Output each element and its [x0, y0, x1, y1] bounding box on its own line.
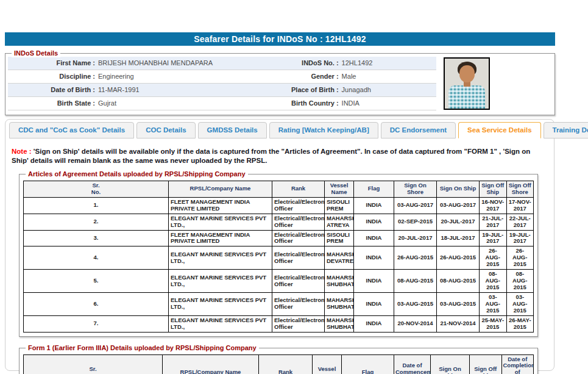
- sign-on-shore-cell: 02-SEP-2015: [394, 214, 437, 230]
- column-header: Rank: [272, 181, 325, 198]
- sign-off-shore-cell: 19-JUL-2017: [506, 230, 534, 246]
- field-value: INDIA: [342, 97, 360, 110]
- column-header: Flag: [354, 181, 394, 198]
- flag-cell: INDIA: [354, 246, 394, 270]
- field-label: INDoS No. :: [239, 57, 342, 70]
- field-label: Date of Birth :: [8, 84, 98, 96]
- photo-face: [459, 65, 475, 82]
- sign-on-shore-cell: 08-AUG-2015: [394, 270, 437, 293]
- company-cell: ELEGANT MARINE SERVICES PVT LTD.,: [169, 315, 272, 332]
- column-header: Sign On Shore: [394, 181, 437, 198]
- tab-training-details[interactable]: Training Details: [544, 122, 588, 138]
- flag-cell: INDIA: [354, 292, 394, 315]
- tab-gmdss-details[interactable]: GMDSS Details: [198, 122, 267, 138]
- table-row: 7. ELEGANT MARINE SERVICES PVT LTD., Ele…: [24, 315, 534, 332]
- column-header: Sign Off Ship: [480, 181, 507, 198]
- rank-cell: Electrical/Electronics Officer: [272, 315, 325, 332]
- flag-cell: INDIA: [354, 230, 394, 246]
- sign-off-ship-cell: 26-AUG-2015: [480, 246, 507, 270]
- vessel-cell: MAHARSHI ATREYA: [325, 214, 354, 230]
- sr-no-cell: 7.: [24, 315, 169, 332]
- table-row: 4. ELEGANT MARINE SERVICES PVT LTD., Ele…: [24, 246, 534, 270]
- field-label: Discipline :: [8, 70, 98, 83]
- company-cell: ELEGANT MARINE SERVICES PVT LTD.,: [169, 270, 272, 293]
- sr-no-cell: 3.: [24, 230, 169, 246]
- field-value: 11-MAR-1991: [98, 84, 140, 96]
- company-cell: ELEGANT MARINE SERVICES PVT LTD.,: [169, 292, 272, 315]
- sr-no-cell: 2.: [24, 214, 169, 230]
- sign-off-shore-cell: 17-NOV-2017: [506, 197, 534, 214]
- flag-cell: INDIA: [354, 315, 394, 332]
- articles-table: Sr. No.RPSL/Company NameRankVessel NameF…: [23, 181, 534, 333]
- column-header: Vessel Name: [313, 354, 342, 374]
- form1-table: Sr. No.RPSL/Company NameRankVessel NameF…: [23, 354, 534, 374]
- seafarer-photo: [444, 57, 490, 110]
- company-cell: FLEET MANAGEMENT INDIA PRIVATE LIMITED: [169, 230, 272, 246]
- sr-no-cell: 1.: [24, 197, 169, 214]
- sign-on-ship-cell: 26-AUG-2015: [437, 246, 480, 270]
- column-header: Vessel Name: [325, 181, 354, 198]
- field-value: Engineering: [98, 70, 134, 83]
- sign-off-ship-cell: 08-AUG-2015: [480, 270, 507, 293]
- field-label: Place of Birth :: [239, 84, 342, 96]
- tab-bar: CDC and "CoC as Cook" Details COC Detail…: [9, 122, 548, 138]
- sign-on-shore-cell: 20-NOV-2014: [394, 315, 437, 332]
- field-label: Gender :: [239, 70, 342, 83]
- column-header: RPSL/Company Name: [163, 354, 259, 374]
- rank-cell: Electrical/Electronics Officer: [272, 230, 325, 246]
- tab-dc-endorsement[interactable]: DC Endorsement: [381, 122, 456, 138]
- sign-on-ship-cell: 21-NOV-2014: [437, 315, 480, 332]
- sign-on-shore-cell: 26-AUG-2015: [394, 246, 437, 270]
- field-value: Gujrat: [98, 97, 116, 110]
- sign-off-shore-cell: 08-AUG-2015: [506, 270, 534, 293]
- field-value: BRIJESH MOHANBHAI MENDAPARA: [98, 57, 213, 70]
- column-header: Sr. No.: [24, 354, 163, 374]
- table-row: 6. ELEGANT MARINE SERVICES PVT LTD., Ele…: [24, 292, 534, 315]
- tab-cdc-and-coc-as-cook-details[interactable]: CDC and "CoC as Cook" Details: [9, 122, 134, 138]
- column-header: Date of Completion of Contract/Arriving …: [501, 354, 534, 374]
- column-header: Sign On Ship: [437, 181, 480, 198]
- articles-header-row: Sr. No.RPSL/Company NameRankVessel NameF…: [24, 181, 534, 198]
- note-prefix: Note :: [12, 148, 32, 155]
- form1-legend: Form 1 (Earlier Form IIIA) Details uploa…: [26, 344, 259, 352]
- note-text: Note : 'Sign on Ship' details will be av…: [12, 147, 547, 165]
- detail-row: Date of Birth : 11-MAR-1991 Place of Bir…: [8, 84, 436, 97]
- rank-cell: Electrical/Electronics Officer: [272, 246, 325, 270]
- sign-on-shore-cell: 03-AUG-2017: [394, 197, 437, 214]
- table-row: 3. FLEET MANAGEMENT INDIA PRIVATE LIMITE…: [24, 230, 534, 246]
- column-header: Flag: [342, 354, 394, 374]
- sign-off-shore-cell: 26-AUG-2015: [506, 246, 534, 270]
- table-row: 2. ELEGANT MARINE SERVICES PVT LTD., Ele…: [24, 214, 534, 230]
- sign-on-ship-cell: 03-AUG-2017: [437, 197, 480, 214]
- field-value: Junagadh: [342, 84, 371, 96]
- sign-on-ship-cell: 03-AUG-2015: [437, 292, 480, 315]
- column-header: Rank: [259, 354, 313, 374]
- company-cell: FLEET MANAGEMENT INDIA PRIVATE LIMITED: [169, 197, 272, 214]
- company-cell: ELEGANT MARINE SERVICES PVT LTD.,: [169, 246, 272, 270]
- vessel-cell: MAHARSHI SHUBHATREYA: [325, 315, 354, 332]
- sign-off-ship-cell: 16-NOV-2017: [480, 197, 507, 214]
- articles-legend: Articles of Agreement Details uploaded b…: [26, 170, 248, 178]
- table-row: 5. ELEGANT MARINE SERVICES PVT LTD., Ele…: [24, 270, 534, 293]
- note-body: 'Sign on Ship' details will be available…: [12, 148, 530, 164]
- column-header: Sign Off Ship: [470, 354, 502, 374]
- rank-cell: Electrical/Electronics Officer: [272, 214, 325, 230]
- tab-sea-service-details[interactable]: Sea Service Details: [458, 122, 541, 138]
- company-cell: ELEGANT MARINE SERVICES PVT LTD.,: [169, 214, 272, 230]
- indos-details-legend: INDoS Details: [12, 49, 60, 57]
- sign-off-shore-cell: 26-MAY-2015: [506, 315, 534, 332]
- tab-coc-details[interactable]: COC Details: [136, 122, 195, 138]
- flag-cell: INDIA: [354, 270, 394, 293]
- column-header: Sr. No.: [24, 181, 169, 198]
- tab-rating-watch-keeping-ab[interactable]: Rating [Watch Keeping/AB]: [269, 122, 378, 138]
- vessel-cell: SISOULI PREM: [325, 197, 354, 214]
- sea-service-tab-panel: CDC and "CoC as Cook" Details COC Detail…: [5, 119, 554, 371]
- sr-no-cell: 6.: [24, 292, 169, 315]
- table-row: 1. FLEET MANAGEMENT INDIA PRIVATE LIMITE…: [24, 197, 534, 214]
- column-header: Sign On Ship: [431, 354, 470, 374]
- column-header: Sign Off Shore: [506, 181, 534, 198]
- sign-on-ship-cell: 08-AUG-2015: [437, 270, 480, 293]
- vessel-cell: SISOULI PREM: [325, 230, 354, 246]
- detail-row: First Name : BRIJESH MOHANBHAI MENDAPARA…: [8, 57, 436, 70]
- sign-off-shore-cell: 03-AUG-2015: [506, 292, 534, 315]
